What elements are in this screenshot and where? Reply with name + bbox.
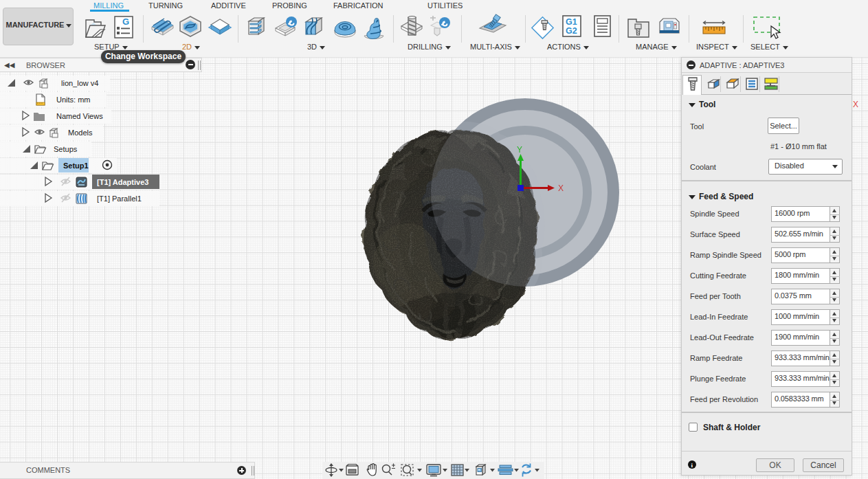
svg-text:Models: Models bbox=[68, 129, 93, 137]
svg-text:Setups: Setups bbox=[54, 145, 78, 153]
svg-text:G: G bbox=[122, 16, 129, 27]
svg-text:Units: mm: Units: mm bbox=[56, 96, 91, 104]
svg-text:G2: G2 bbox=[566, 26, 577, 36]
svg-text:G1: G1 bbox=[566, 17, 577, 27]
svg-text:[T1] Adaptive3: [T1] Adaptive3 bbox=[97, 178, 148, 186]
svg-text:lion_low v4: lion_low v4 bbox=[61, 79, 98, 87]
svg-text:[T1] Parallel1: [T1] Parallel1 bbox=[97, 194, 142, 203]
svg-text:Setup1: Setup1 bbox=[63, 161, 89, 170]
svg-text:Named Views: Named Views bbox=[56, 112, 103, 120]
